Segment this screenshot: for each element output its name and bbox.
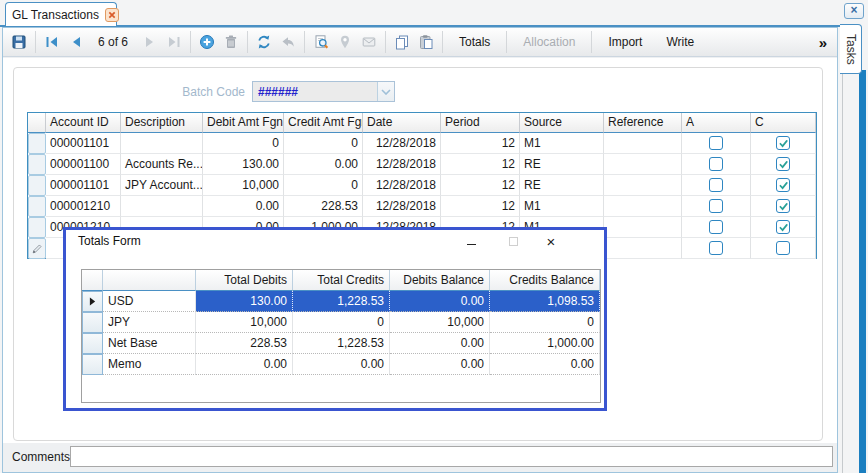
totals-cell-label[interactable]: Memo [103,354,196,375]
totals-cell-credits_balance[interactable]: 1,098.53 [490,291,600,312]
checkbox-c[interactable] [776,241,790,255]
totals-column-header-total_credits[interactable]: Total Credits [293,270,390,291]
cell-debit[interactable]: 130.00 [203,154,284,175]
checkbox-a[interactable] [709,199,723,213]
maximize-button[interactable] [502,232,524,251]
checkbox-a[interactable] [709,220,723,234]
column-header-period[interactable]: Period [441,113,520,133]
totals-cell-debits_balance[interactable]: 10,000 [390,312,490,333]
column-header-source[interactable]: Source [520,113,604,133]
delete-record-button[interactable] [219,30,243,54]
cell-reference[interactable] [604,133,682,154]
cell-reference[interactable] [604,238,682,259]
cell-source[interactable]: M1 [520,196,604,217]
cell-period[interactable]: 12 [441,133,520,154]
totals-column-header-label[interactable] [103,270,196,291]
comments-input[interactable] [70,446,833,467]
totals-column-header-total_debits[interactable]: Total Debits [196,270,293,291]
window-close-button[interactable]: × [844,3,864,19]
checkbox-c[interactable] [776,199,790,213]
checkbox-a[interactable] [709,178,723,192]
totals-form-titlebar[interactable]: Totals Form × [66,230,604,254]
cell-reference[interactable] [604,154,682,175]
totals-cell-credits_balance[interactable]: 1,000.00 [490,333,600,354]
row-selector[interactable] [28,175,46,196]
tab-close-icon[interactable] [105,8,119,22]
preview-button[interactable] [309,30,333,54]
cell-debit[interactable]: 0 [203,133,284,154]
totals-column-header-debits_balance[interactable]: Debits Balance [390,270,490,291]
cell-date[interactable]: 12/28/2018 [363,175,441,196]
paste-button[interactable] [414,30,438,54]
cell-account_id[interactable]: 000001101 [46,175,121,196]
chevron-down-icon[interactable] [377,82,394,101]
totals-row-selector[interactable] [82,354,103,375]
cell-date[interactable]: 12/28/2018 [363,154,441,175]
totals-cell-total_credits[interactable]: 1,228.53 [293,333,390,354]
checkbox-c[interactable] [776,220,790,234]
totals-cell-credits_balance[interactable]: 0.00 [490,354,600,375]
cell-reference[interactable] [604,217,682,238]
totals-cell-total_debits[interactable]: 10,000 [196,312,293,333]
cell-date[interactable]: 12/28/2018 [363,196,441,217]
row-selector[interactable] [28,196,46,217]
cell-period[interactable]: 12 [441,196,520,217]
dialog-close-button[interactable]: × [540,232,562,251]
save-button[interactable] [7,30,31,54]
tasks-panel-tab[interactable]: Tasks [840,24,862,74]
batch-code-combobox[interactable]: ###### [252,81,395,102]
totals-cell-label[interactable]: Net Base [103,333,196,354]
column-header-a[interactable]: A [682,113,751,133]
totals-cell-debits_balance[interactable]: 0.00 [390,291,490,312]
row-selector[interactable] [28,154,46,175]
cell-credit[interactable]: 0.00 [284,154,363,175]
previous-record-button[interactable] [64,30,88,54]
column-header-reference[interactable]: Reference [604,113,682,133]
cell-account_id[interactable]: 000001210 [46,196,121,217]
cell-source[interactable]: M1 [520,133,604,154]
totals-row-selector[interactable] [82,291,103,312]
column-header-c[interactable]: C [751,113,816,133]
cell-description[interactable]: JPY Account... [121,175,203,196]
checkbox-c[interactable] [776,157,790,171]
cell-period[interactable]: 12 [441,154,520,175]
totals-column-header-credits_balance[interactable]: Credits Balance [490,270,600,291]
cell-source[interactable]: RE [520,154,604,175]
last-record-button[interactable] [162,30,186,54]
totals-cell-total_credits[interactable]: 1,228.53 [293,291,390,312]
column-header-credit[interactable]: Credit Amt Fgn [284,113,363,133]
checkbox-a[interactable] [709,241,723,255]
totals-cell-total_debits[interactable]: 0.00 [196,354,293,375]
totals-cell-label[interactable]: JPY [103,312,196,333]
cell-date[interactable]: 12/28/2018 [363,133,441,154]
cell-account_id[interactable]: 000001101 [46,133,121,154]
checkbox-c[interactable] [776,178,790,192]
first-record-button[interactable] [40,30,64,54]
totals-row-selector[interactable] [82,333,103,354]
totals-cell-total_debits[interactable]: 228.53 [196,333,293,354]
totals-cell-total_debits[interactable]: 130.00 [196,291,293,312]
cell-description[interactable]: Accounts Re... [121,154,203,175]
cell-description[interactable] [121,196,203,217]
cell-credit[interactable]: 228.53 [284,196,363,217]
tab-gl-transactions[interactable]: GL Transactions [5,2,117,26]
column-header-account_id[interactable]: Account ID [46,113,121,133]
totals-cell-total_credits[interactable]: 0 [293,312,390,333]
add-record-button[interactable] [195,30,219,54]
totals-cell-total_credits[interactable]: 0.00 [293,354,390,375]
minimize-button[interactable] [460,232,482,251]
totals-cell-credits_balance[interactable]: 0 [490,312,600,333]
checkbox-c[interactable] [776,136,790,150]
refresh-button[interactable] [252,30,276,54]
column-header-debit[interactable]: Debit Amt Fgn [203,113,284,133]
checkbox-a[interactable] [709,157,723,171]
totals-button[interactable]: Totals [447,30,502,54]
cell-debit[interactable]: 0.00 [203,196,284,217]
cell-credit[interactable]: 0 [284,133,363,154]
cell-reference[interactable] [604,175,682,196]
totals-cell-label[interactable]: USD [103,291,196,312]
totals-row-selector[interactable] [82,312,103,333]
cell-description[interactable] [121,133,203,154]
copy-button[interactable] [390,30,414,54]
totals-cell-debits_balance[interactable]: 0.00 [390,354,490,375]
